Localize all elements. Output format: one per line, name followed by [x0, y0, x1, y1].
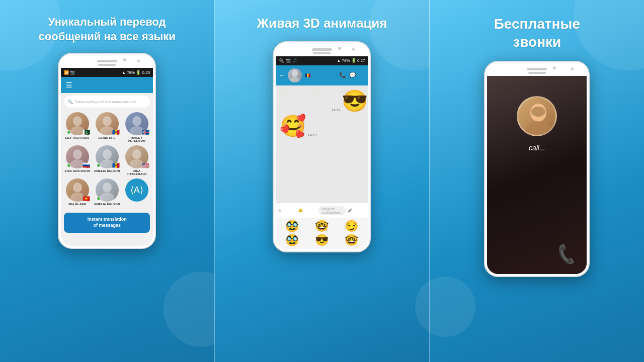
contact-hailey[interactable]: 🇮🇸 HAILEY PETERSON [123, 112, 150, 142]
search-placeholder-text: Поиск сообщений или пользователей [75, 100, 136, 104]
speaker-left [98, 64, 116, 66]
chat-avatar [288, 68, 302, 82]
contact-amelia[interactable]: 🇲🇩 AMELIA NELSON [94, 145, 120, 175]
avatar-mia-wrap: 🇻🇳 [66, 178, 89, 202]
chat-input-bar: ⊕ 😊 Введите сообщение... 🎤 [276, 203, 368, 218]
name-denis: DENIS SHE [99, 136, 116, 139]
chat-contact-name: 🇷🇴 [305, 73, 310, 78]
contact-mia[interactable]: 🇻🇳 MIA BLARE [64, 178, 91, 206]
avatar-hailey-wrap: 🇮🇸 [125, 112, 148, 135]
panel-right-title: Бесплатные звонки [484, 15, 590, 52]
call-screen: call... 📞 [487, 76, 587, 274]
name-lily: LILY RICHARDS [65, 136, 90, 139]
chat-header-icons: 📞 💬 ⋮ [339, 72, 365, 78]
name-hailey: HAILEY PETERSON [123, 136, 150, 142]
name-irea: IREA FITZGERALD [123, 169, 150, 175]
svg-point-17 [290, 77, 300, 82]
name-amelia: AMELIA NELSON [94, 169, 120, 172]
name-mia: MIA BLARE [68, 203, 86, 206]
search-bar[interactable]: 🔍 Поиск сообщений или пользователей [64, 96, 150, 108]
camera-left [137, 60, 140, 62]
camera-middle [352, 48, 355, 50]
svg-point-15 [100, 193, 114, 202]
translate-icon-header[interactable]: 💬 [349, 72, 356, 78]
add-icon[interactable]: ⊕ [278, 209, 296, 213]
status-bar-middle: 🔌 📷 🎵 ▲ 78% 🔋 0:27 [276, 56, 368, 65]
main-container: Уникальный перевод сообщений на все язык… [0, 0, 644, 362]
panel-middle: Живая 3D анимация 🔌 📷 🎵 ▲ 78% 🔋 0:27 [215, 0, 430, 362]
call-icon-header[interactable]: 📞 [339, 72, 346, 78]
svg-point-10 [132, 149, 141, 159]
panel-right: Бесплатные звонки call... [430, 0, 644, 362]
svg-point-0 [73, 116, 82, 126]
avatar-amelia-wrap: 🇲🇩 [96, 145, 119, 168]
online-amelia [97, 163, 101, 167]
svg-point-8 [103, 149, 112, 159]
panel-left: Уникальный перевод сообщений на все язык… [0, 0, 215, 362]
status-bar-left: 📶 📷 ▲ 78% 🔋 0:25 [61, 68, 153, 77]
svg-point-16 [292, 70, 298, 77]
contact-translate[interactable]: ⟨А⟩ [123, 178, 150, 206]
sticker-panel-1[interactable]: 🥸 [278, 220, 306, 233]
translate-button[interactable]: instant translation of messages [64, 213, 150, 232]
translate-avatar: ⟨А⟩ [125, 178, 148, 202]
camera-right [571, 67, 574, 70]
sticker-panel-3[interactable]: 😏 [337, 220, 366, 233]
phone-top-bar-middle [274, 42, 370, 56]
avatar-lily-wrap: 🇵🇰 [66, 112, 89, 135]
messages-area: 😊 💬 😊 💬 😎 😊 14:12 😎 🥰 [276, 85, 368, 203]
emoji-icon[interactable]: 😊 [298, 209, 316, 213]
speaker-right [528, 72, 546, 74]
flag-eric: 🇷🇺 [83, 162, 90, 168]
translate-button-label: instant translation of messages [88, 217, 127, 228]
app-header-left: ☰ [61, 77, 153, 93]
status-left-icons: 📶 📷 [64, 70, 75, 75]
more-icon-header[interactable]: ⋮ [359, 72, 365, 78]
sticker-panel-6[interactable]: 🤓 [337, 234, 366, 247]
avatar-eric-wrap: 🇷🇺 [66, 145, 89, 168]
flag-hailey: 🇮🇸 [142, 129, 149, 135]
status-middle-left: 🔌 📷 🎵 [279, 58, 297, 63]
online-eric [67, 163, 71, 167]
sticker-panel-5[interactable]: 😎 [307, 234, 336, 247]
contact-row-2: 🇷🇺 ERIC ERICKSON 🇲🇩 [64, 145, 150, 175]
contact-amelia2[interactable]: AMELIA NELSON [94, 178, 120, 206]
sticker-panel: 🥸 🤓 😏 🥸 😎 🤓 [276, 218, 368, 249]
mic-icon[interactable]: 🎤 [348, 209, 366, 213]
call-end-button[interactable]: 📞 [556, 245, 577, 264]
contact-eric[interactable]: 🇷🇺 ERIC ERICKSON [64, 145, 91, 175]
phone-middle: 🔌 📷 🎵 ▲ 78% 🔋 0:27 ← 🇷🇴 📞 💬 [273, 41, 371, 252]
name-eric: ERIC ERICKSON [65, 169, 90, 172]
svg-point-2 [103, 116, 112, 126]
svg-point-4 [132, 116, 141, 126]
sticker-panel-2[interactable]: 🤓 [307, 220, 336, 233]
hamburger-icon[interactable]: ☰ [66, 81, 72, 89]
svg-point-20 [531, 107, 545, 117]
screen-left: 📶 📷 ▲ 78% 🔋 0:25 ☰ 🔍 Поиск сообщений или… [61, 68, 153, 246]
contact-row-3: 🇻🇳 MIA BLARE AMELIA NELSON [64, 178, 150, 206]
contact-irea[interactable]: 🇺🇸 IREA FITZGERALD [123, 145, 150, 175]
flag-irea: 🇺🇸 [142, 162, 149, 168]
screen-middle: 🔌 📷 🎵 ▲ 78% 🔋 0:27 ← 🇷🇴 📞 💬 [276, 56, 368, 249]
avatar-denis-wrap: 🇲🇩 [96, 112, 119, 135]
avatar-amelia2-wrap [96, 178, 119, 202]
flag-amelia: 🇲🇩 [112, 162, 120, 168]
flag-lily: 🇵🇰 [83, 129, 90, 135]
contact-denis[interactable]: 🇲🇩 DENIS SHE [94, 112, 120, 142]
back-icon[interactable]: ← [279, 72, 285, 79]
contact-lily[interactable]: 🇵🇰 LILY RICHARDS [64, 112, 91, 142]
call-status-text: call... [529, 144, 545, 152]
avatar-translate-wrap: ⟨А⟩ [125, 178, 148, 202]
phone-top-bar-left [59, 54, 155, 68]
sticker-panel-4[interactable]: 🥸 [278, 234, 306, 247]
panel-left-title: Уникальный перевод сообщений на все язык… [29, 15, 186, 44]
search-icon: 🔍 [68, 100, 73, 104]
contact-row-1: 🇵🇰 LILY RICHARDS 🇲🇩 [64, 112, 150, 142]
panel-middle-title: Живая 3D анимация [247, 15, 397, 32]
phone-icon: 📞 [554, 242, 579, 266]
online-amelia2 [97, 197, 101, 201]
svg-point-12 [73, 183, 82, 193]
flag-denis: 🇲🇩 [112, 129, 120, 135]
input-placeholder-text[interactable]: Введите сообщение... [318, 206, 346, 215]
avatar-irea-wrap: 🇺🇸 [125, 145, 148, 168]
